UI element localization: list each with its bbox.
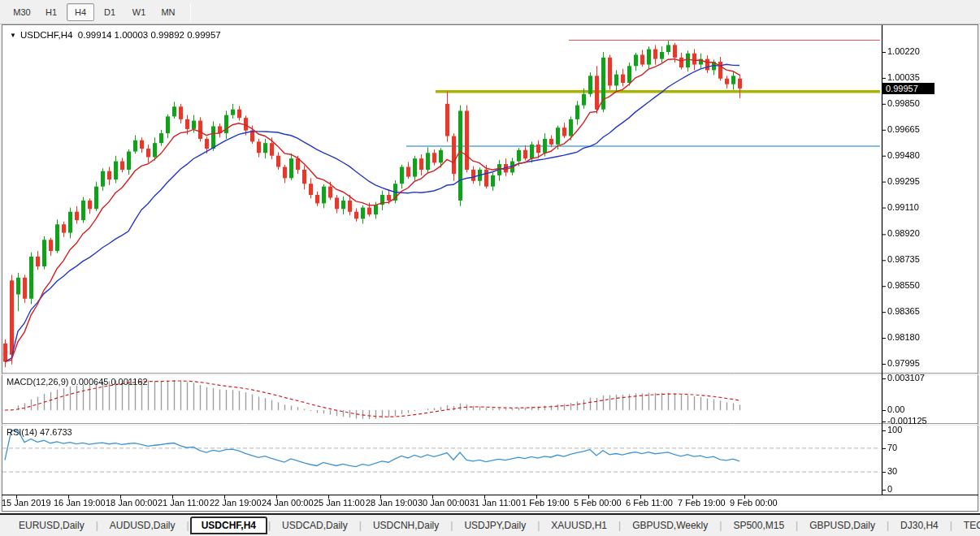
macd-axis-label: 0.00 <box>887 404 904 414</box>
time-axis-label: 22 Jan 19:00 <box>210 498 262 508</box>
tab-usdcad-daily[interactable]: USDCAD,Daily <box>271 517 358 534</box>
tab-gbpusd-weekly[interactable]: GBPUSD,Weekly <box>622 517 718 534</box>
chart-symbol: USDCHF,H4 <box>20 30 73 40</box>
time-axis-label: 1 Feb 19:00 <box>522 498 570 508</box>
price-axis-label: 0.99295 <box>887 176 920 186</box>
mt4-window: M30H1H4D1W1MN ▼USDCHF,H4 0.99914 1.00003… <box>0 0 980 536</box>
time-axis-label: 15 Jan 2019 <box>2 498 51 508</box>
price-axis-label: 0.98180 <box>887 332 920 342</box>
macd-value-signal: 0.001162 <box>111 377 147 387</box>
time-axis-label: 6 Feb 11:00 <box>626 498 673 508</box>
tab-usdchf-h4[interactable]: USDCHF,H4 <box>190 517 267 534</box>
macd-axis-label: 0.003107 <box>887 373 925 383</box>
timeframe-button-d1[interactable]: D1 <box>96 3 124 21</box>
macd-indicator-label: MACD(12,26,9) 0.000645 0.001162 <box>7 377 148 387</box>
chart-canvas[interactable] <box>0 0 980 536</box>
timeframe-button-m30[interactable]: M30 <box>8 3 36 21</box>
chart-dropdown-icon: ▼ <box>10 32 16 39</box>
rsi-axis-label: 30 <box>887 466 897 476</box>
macd-title: MACD(12,26,9) <box>7 377 68 387</box>
time-axis-label: 21 Jan 11:00 <box>158 498 209 508</box>
chart-ohlc: 0.99914 1.00003 0.99892 0.99957 <box>78 30 221 40</box>
rsi-axis-label: 100 <box>887 425 902 434</box>
price-axis-label: 0.99850 <box>887 98 920 108</box>
tab-dj30-h4[interactable]: DJ30,H4 <box>890 517 949 534</box>
price-axis-label: 0.98550 <box>887 280 920 290</box>
rsi-indicator-label: RSI(14) 47.6733 <box>7 427 72 437</box>
price-axis-label: 0.97995 <box>887 358 920 368</box>
tab-usdcnh-daily[interactable]: USDCNH,Daily <box>362 517 449 534</box>
time-axis-label: 30 Jan 00:00 <box>418 498 470 508</box>
tab-usdjpy-daily[interactable]: USDJPY,Daily <box>453 517 536 534</box>
chart-tab-bar: EURUSD,Daily|AUDUSD,Daily|USDCHF,H4|USDC… <box>0 513 980 536</box>
time-axis-label: 28 Jan 19:00 <box>366 498 418 508</box>
price-axis-label: 1.00220 <box>887 46 920 56</box>
price-axis-label: 0.99665 <box>887 124 920 134</box>
current-price-badge: 0.99957 <box>882 83 934 94</box>
macd-value-main: 0.000645 <box>71 377 108 387</box>
price-axis-label: 0.99110 <box>887 202 919 212</box>
timeframe-button-w1[interactable]: W1 <box>125 3 153 21</box>
rsi-axis-label: 0 <box>887 484 892 494</box>
timeframe-button-h1[interactable]: H1 <box>37 3 65 21</box>
timeframe-button-mn[interactable]: MN <box>154 3 182 21</box>
timeframe-button-h4[interactable]: H4 <box>67 3 94 21</box>
tab-gbpusd-daily[interactable]: GBPUSD,Daily <box>799 517 886 534</box>
tab-separator: | <box>186 520 190 531</box>
price-axis-label: 0.98920 <box>887 228 920 238</box>
tab-eurusd-daily[interactable]: EURUSD,Daily <box>8 517 95 534</box>
rsi-value: 47.6733 <box>40 427 72 437</box>
price-axis-label: 0.99480 <box>887 150 920 160</box>
toolbar-separator <box>190 3 191 21</box>
rsi-title: RSI(14) <box>7 427 37 437</box>
time-axis-label: 18 Jan 00:00 <box>106 498 158 508</box>
time-axis-label: 7 Feb 19:00 <box>678 498 726 508</box>
tab-xauusd-h1[interactable]: XAUUSD,H1 <box>540 517 618 534</box>
time-axis-label: 9 Feb 00:00 <box>730 498 778 508</box>
timeframe-toolbar: M30H1H4D1W1MN <box>0 0 980 24</box>
price-axis-label: 1.00035 <box>887 72 920 82</box>
tab-audusd-daily[interactable]: AUDUSD,Daily <box>99 517 186 534</box>
time-axis-label: 16 Jan 19:00 <box>54 498 106 508</box>
tab-tech100-h1[interactable]: TECH100,H1 <box>953 517 980 534</box>
price-axis-label: 0.98365 <box>887 306 920 316</box>
time-axis-label: 24 Jan 00:00 <box>262 498 314 508</box>
time-axis-label: 5 Feb 00:00 <box>574 498 622 508</box>
time-axis-label: 25 Jan 11:00 <box>314 498 365 508</box>
rsi-axis-label: 70 <box>887 443 897 452</box>
tab-sp500-m15[interactable]: SP500,M15 <box>722 517 795 534</box>
price-axis-label: 0.98735 <box>887 254 920 264</box>
chart-title: ▼USDCHF,H4 0.99914 1.00003 0.99892 0.999… <box>10 30 221 40</box>
time-axis-label: 31 Jan 11:00 <box>470 498 521 508</box>
